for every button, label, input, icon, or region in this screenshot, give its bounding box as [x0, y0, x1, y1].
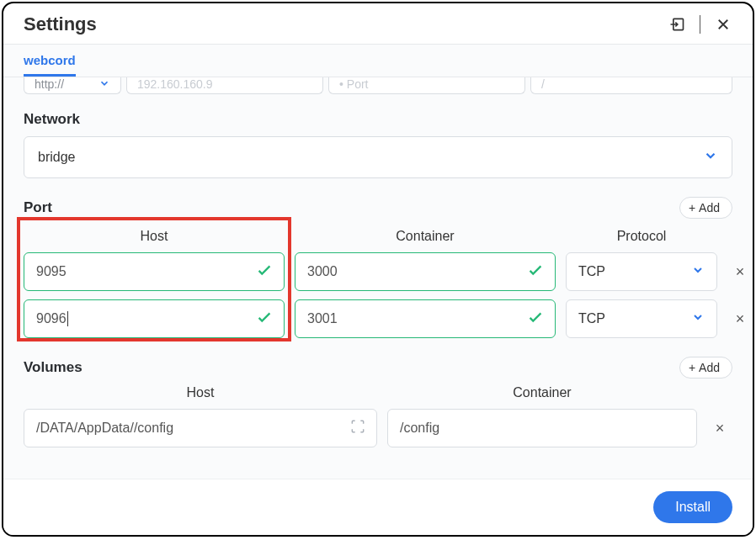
- port-remove-button[interactable]: ×: [727, 310, 753, 328]
- volume-row: /DATA/AppData//config /config ×: [24, 409, 732, 447]
- url-protocol-select[interactable]: http://: [24, 77, 121, 94]
- url-host-input[interactable]: 192.160.160.9: [126, 77, 323, 94]
- port-protocol-value: TCP: [578, 311, 605, 326]
- port-host-input[interactable]: 9096: [24, 299, 285, 338]
- check-icon: [255, 261, 274, 283]
- port-protocol-header: Protocol: [566, 229, 717, 244]
- url-path-input[interactable]: /: [530, 77, 732, 94]
- content-area: http:// 192.160.160.9 • Port / Network b…: [3, 77, 753, 479]
- port-host-value: 9095: [36, 264, 67, 279]
- url-port-placeholder: • Port: [339, 77, 368, 91]
- url-protocol-value: http://: [35, 77, 64, 91]
- chevron-down-icon: [691, 310, 705, 327]
- header-actions: [668, 15, 732, 34]
- modal-footer: Install: [3, 479, 753, 535]
- check-icon: [255, 308, 274, 330]
- header-divider: [700, 15, 700, 34]
- network-label: Network: [24, 111, 732, 128]
- export-icon[interactable]: [668, 15, 686, 34]
- plus-icon: +: [689, 361, 695, 374]
- port-row: 9096 3001 TCP ×: [24, 299, 732, 338]
- volume-remove-button[interactable]: ×: [707, 420, 732, 437]
- modal-title: Settings: [24, 13, 97, 35]
- port-container-input[interactable]: 3001: [295, 299, 556, 338]
- install-button[interactable]: Install: [653, 491, 732, 523]
- port-protocol-select[interactable]: TCP: [566, 252, 717, 291]
- port-host-header: Host: [24, 229, 285, 244]
- port-protocol-select[interactable]: TCP: [566, 299, 717, 338]
- port-container-value: 3000: [307, 264, 338, 279]
- volumes-add-label: Add: [699, 361, 720, 374]
- port-host-input[interactable]: 9095: [24, 252, 285, 291]
- network-select[interactable]: bridge: [24, 136, 732, 178]
- modal-header: Settings: [3, 3, 753, 44]
- volumes-add-button[interactable]: + Add: [679, 357, 732, 379]
- url-path-value: /: [541, 77, 545, 91]
- url-host-value: 192.160.160.9: [137, 77, 213, 91]
- volume-container-input[interactable]: /config: [387, 409, 697, 447]
- url-port-input[interactable]: • Port: [328, 77, 525, 94]
- port-remove-button[interactable]: ×: [727, 263, 753, 281]
- port-protocol-value: TCP: [578, 264, 605, 279]
- port-container-value: 3001: [307, 311, 338, 326]
- volume-host-input[interactable]: /DATA/AppData//config: [24, 409, 377, 447]
- port-label: Port: [24, 199, 52, 216]
- volumes-container-header: Container: [387, 385, 697, 400]
- check-icon: [526, 261, 545, 283]
- port-row: 9095 3000 TCP ×: [24, 252, 732, 291]
- volumes-section-header: Volumes + Add: [24, 357, 732, 379]
- port-section-header: Port + Add: [24, 197, 732, 219]
- tab-webcord[interactable]: webcord: [24, 45, 76, 77]
- tabs-bar: webcord: [3, 44, 753, 77]
- browse-icon[interactable]: [349, 418, 366, 438]
- chevron-down-icon: [703, 148, 718, 167]
- close-icon[interactable]: [714, 15, 732, 34]
- port-column-headers: Host Container Protocol: [24, 229, 732, 244]
- chevron-down-icon: [691, 263, 705, 280]
- volumes-label: Volumes: [24, 359, 83, 376]
- port-container-input[interactable]: 3000: [295, 252, 556, 291]
- port-container-header: Container: [295, 229, 556, 244]
- url-row-cutoff: http:// 192.160.160.9 • Port /: [24, 77, 732, 94]
- check-icon: [526, 308, 545, 330]
- chevron-down-icon: [98, 77, 110, 92]
- port-add-button[interactable]: + Add: [679, 197, 732, 219]
- volume-host-value: /DATA/AppData//config: [36, 421, 173, 436]
- plus-icon: +: [689, 201, 695, 214]
- volume-container-value: /config: [400, 421, 439, 436]
- volumes-host-header: Host: [24, 385, 377, 400]
- settings-modal: Settings webcord http:// 192.160.160.9: [2, 2, 754, 537]
- port-host-value: 9096: [36, 311, 68, 326]
- port-add-label: Add: [699, 201, 720, 214]
- volumes-column-headers: Host Container: [24, 385, 732, 400]
- network-value: bridge: [38, 150, 75, 165]
